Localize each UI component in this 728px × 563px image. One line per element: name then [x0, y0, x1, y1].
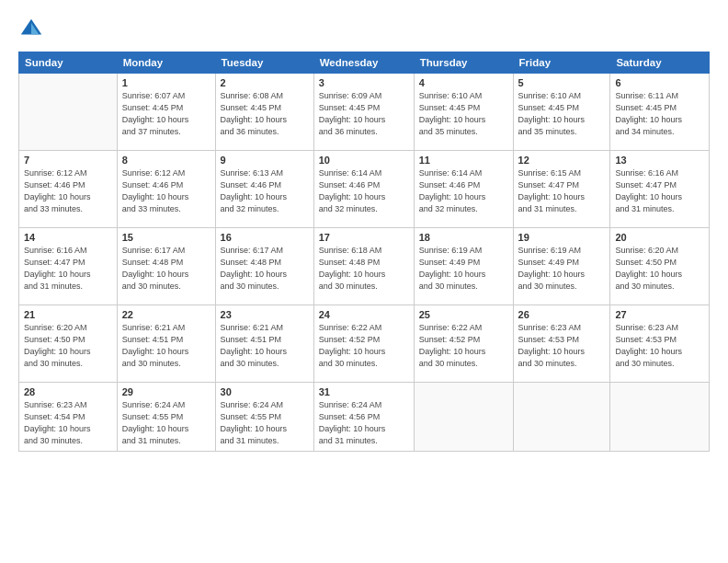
day-info: Sunrise: 6:11 AMSunset: 4:45 PMDaylight:… [615, 90, 704, 138]
calendar-cell: 1Sunrise: 6:07 AMSunset: 4:45 PMDaylight… [117, 74, 215, 151]
day-number: 2 [221, 77, 309, 88]
week-row-0: 1Sunrise: 6:07 AMSunset: 4:45 PMDaylight… [19, 74, 710, 151]
calendar-cell: 12Sunrise: 6:15 AMSunset: 4:47 PMDayligh… [513, 151, 610, 228]
calendar-cell: 14Sunrise: 6:16 AMSunset: 4:47 PMDayligh… [19, 228, 118, 305]
day-number: 27 [615, 309, 704, 320]
day-info: Sunrise: 6:17 AMSunset: 4:48 PMDaylight:… [122, 245, 210, 293]
day-info: Sunrise: 6:21 AMSunset: 4:51 PMDaylight:… [221, 322, 309, 370]
day-number: 16 [221, 232, 309, 243]
day-info: Sunrise: 6:19 AMSunset: 4:49 PMDaylight:… [419, 245, 508, 293]
logo-icon [18, 17, 44, 42]
calendar-cell: 27Sunrise: 6:23 AMSunset: 4:53 PMDayligh… [610, 305, 710, 383]
calendar-cell: 3Sunrise: 6:09 AMSunset: 4:45 PMDaylight… [313, 74, 414, 151]
calendar-cell: 13Sunrise: 6:16 AMSunset: 4:47 PMDayligh… [610, 151, 710, 228]
calendar-cell [19, 74, 118, 151]
calendar-cell: 29Sunrise: 6:24 AMSunset: 4:55 PMDayligh… [117, 383, 215, 452]
day-info: Sunrise: 6:10 AMSunset: 4:45 PMDaylight:… [518, 90, 606, 138]
calendar-cell: 7Sunrise: 6:12 AMSunset: 4:46 PMDaylight… [19, 151, 118, 228]
calendar-cell: 30Sunrise: 6:24 AMSunset: 4:55 PMDayligh… [215, 383, 313, 452]
calendar-cell: 28Sunrise: 6:23 AMSunset: 4:54 PMDayligh… [19, 383, 118, 452]
weekday-header-sunday: Sunday [19, 52, 118, 74]
day-number: 14 [24, 232, 112, 243]
day-number: 19 [518, 232, 606, 243]
day-number: 15 [122, 232, 210, 243]
calendar-cell: 8Sunrise: 6:12 AMSunset: 4:46 PMDaylight… [117, 151, 215, 228]
day-info: Sunrise: 6:24 AMSunset: 4:55 PMDaylight:… [221, 399, 309, 447]
calendar-cell [513, 383, 610, 452]
calendar-cell: 22Sunrise: 6:21 AMSunset: 4:51 PMDayligh… [117, 305, 215, 383]
calendar-cell: 19Sunrise: 6:19 AMSunset: 4:49 PMDayligh… [513, 228, 610, 305]
week-row-4: 28Sunrise: 6:23 AMSunset: 4:54 PMDayligh… [19, 383, 710, 452]
day-number: 21 [24, 309, 112, 320]
day-info: Sunrise: 6:12 AMSunset: 4:46 PMDaylight:… [24, 167, 112, 215]
week-row-1: 7Sunrise: 6:12 AMSunset: 4:46 PMDaylight… [19, 151, 710, 228]
calendar-cell: 24Sunrise: 6:22 AMSunset: 4:52 PMDayligh… [313, 305, 414, 383]
weekday-header-row: SundayMondayTuesdayWednesdayThursdayFrid… [19, 52, 710, 74]
day-number: 1 [122, 77, 210, 88]
weekday-header-monday: Monday [117, 52, 215, 74]
day-info: Sunrise: 6:21 AMSunset: 4:51 PMDaylight:… [122, 322, 210, 370]
weekday-header-friday: Friday [513, 52, 610, 74]
calendar-cell: 6Sunrise: 6:11 AMSunset: 4:45 PMDaylight… [610, 74, 710, 151]
calendar-cell: 15Sunrise: 6:17 AMSunset: 4:48 PMDayligh… [117, 228, 215, 305]
day-number: 18 [419, 232, 508, 243]
day-info: Sunrise: 6:15 AMSunset: 4:47 PMDaylight:… [518, 167, 606, 215]
calendar-cell: 31Sunrise: 6:24 AMSunset: 4:56 PMDayligh… [313, 383, 414, 452]
day-info: Sunrise: 6:16 AMSunset: 4:47 PMDaylight:… [615, 167, 704, 215]
calendar-cell: 26Sunrise: 6:23 AMSunset: 4:53 PMDayligh… [513, 305, 610, 383]
calendar-cell: 2Sunrise: 6:08 AMSunset: 4:45 PMDaylight… [215, 74, 313, 151]
day-number: 26 [518, 309, 606, 320]
calendar-cell [414, 383, 513, 452]
day-info: Sunrise: 6:17 AMSunset: 4:48 PMDaylight:… [221, 245, 309, 293]
day-info: Sunrise: 6:24 AMSunset: 4:55 PMDaylight:… [122, 399, 210, 447]
day-number: 30 [221, 386, 309, 397]
calendar-cell: 20Sunrise: 6:20 AMSunset: 4:50 PMDayligh… [610, 228, 710, 305]
day-info: Sunrise: 6:20 AMSunset: 4:50 PMDaylight:… [615, 245, 704, 293]
day-info: Sunrise: 6:23 AMSunset: 4:54 PMDaylight:… [24, 399, 112, 447]
day-number: 9 [221, 155, 309, 166]
calendar-cell: 23Sunrise: 6:21 AMSunset: 4:51 PMDayligh… [215, 305, 313, 383]
day-number: 12 [518, 155, 606, 166]
day-number: 31 [319, 386, 409, 397]
weekday-header-thursday: Thursday [414, 52, 513, 74]
calendar-table: SundayMondayTuesdayWednesdayThursdayFrid… [18, 52, 710, 452]
day-number: 25 [419, 309, 508, 320]
day-info: Sunrise: 6:19 AMSunset: 4:49 PMDaylight:… [518, 245, 606, 293]
day-info: Sunrise: 6:16 AMSunset: 4:47 PMDaylight:… [24, 245, 112, 293]
day-number: 29 [122, 386, 210, 397]
day-info: Sunrise: 6:08 AMSunset: 4:45 PMDaylight:… [221, 90, 309, 138]
day-info: Sunrise: 6:23 AMSunset: 4:53 PMDaylight:… [615, 322, 704, 370]
day-info: Sunrise: 6:14 AMSunset: 4:46 PMDaylight:… [319, 167, 409, 215]
weekday-header-saturday: Saturday [610, 52, 710, 74]
day-number: 6 [615, 77, 704, 88]
day-number: 3 [319, 77, 409, 88]
day-info: Sunrise: 6:23 AMSunset: 4:53 PMDaylight:… [518, 322, 606, 370]
calendar-cell: 18Sunrise: 6:19 AMSunset: 4:49 PMDayligh… [414, 228, 513, 305]
calendar-cell: 16Sunrise: 6:17 AMSunset: 4:48 PMDayligh… [215, 228, 313, 305]
weekday-header-wednesday: Wednesday [313, 52, 414, 74]
day-info: Sunrise: 6:13 AMSunset: 4:46 PMDaylight:… [221, 167, 309, 215]
day-number: 22 [122, 309, 210, 320]
day-info: Sunrise: 6:10 AMSunset: 4:45 PMDaylight:… [419, 90, 508, 138]
day-number: 8 [122, 155, 210, 166]
calendar-cell: 5Sunrise: 6:10 AMSunset: 4:45 PMDaylight… [513, 74, 610, 151]
calendar-cell: 17Sunrise: 6:18 AMSunset: 4:48 PMDayligh… [313, 228, 414, 305]
logo [18, 17, 48, 42]
day-info: Sunrise: 6:22 AMSunset: 4:52 PMDaylight:… [419, 322, 508, 370]
calendar-cell: 4Sunrise: 6:10 AMSunset: 4:45 PMDaylight… [414, 74, 513, 151]
day-number: 28 [24, 386, 112, 397]
day-number: 4 [419, 77, 508, 88]
day-number: 7 [24, 155, 112, 166]
calendar-cell: 10Sunrise: 6:14 AMSunset: 4:46 PMDayligh… [313, 151, 414, 228]
day-info: Sunrise: 6:12 AMSunset: 4:46 PMDaylight:… [122, 167, 210, 215]
day-number: 23 [221, 309, 309, 320]
week-row-3: 21Sunrise: 6:20 AMSunset: 4:50 PMDayligh… [19, 305, 710, 383]
calendar-cell: 11Sunrise: 6:14 AMSunset: 4:46 PMDayligh… [414, 151, 513, 228]
day-info: Sunrise: 6:14 AMSunset: 4:46 PMDaylight:… [419, 167, 508, 215]
calendar-cell: 25Sunrise: 6:22 AMSunset: 4:52 PMDayligh… [414, 305, 513, 383]
calendar-cell [610, 383, 710, 452]
weekday-header-tuesday: Tuesday [215, 52, 313, 74]
day-number: 17 [319, 232, 409, 243]
day-info: Sunrise: 6:22 AMSunset: 4:52 PMDaylight:… [319, 322, 409, 370]
day-number: 5 [518, 77, 606, 88]
